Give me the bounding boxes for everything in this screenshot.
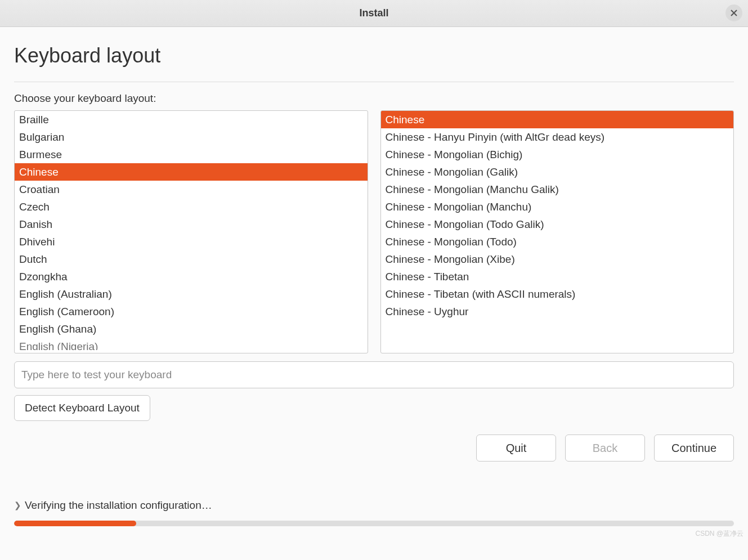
divider — [14, 82, 734, 82]
variant-item[interactable]: Chinese - Tibetan — [381, 268, 734, 285]
layout-lists: BrailleBulgarianBurmeseChineseCroatianCz… — [14, 110, 734, 353]
close-icon — [731, 10, 737, 16]
close-button[interactable] — [725, 5, 742, 21]
content-area: Keyboard layout Choose your keyboard lay… — [0, 27, 748, 467]
layout-item[interactable]: Dhivehi — [15, 233, 368, 250]
layout-item[interactable]: Dzongkha — [15, 268, 368, 285]
variant-item[interactable]: Chinese - Mongolian (Todo Galik) — [381, 216, 734, 233]
layout-item[interactable]: Chinese — [15, 163, 368, 181]
layout-item[interactable]: English (Cameroon) — [15, 303, 368, 320]
page-title: Keyboard layout — [14, 44, 734, 68]
variant-item[interactable]: Chinese - Hanyu Pinyin (with AltGr dead … — [381, 128, 734, 146]
layout-item[interactable]: Croatian — [15, 181, 368, 198]
keyboard-test-input[interactable] — [14, 361, 734, 388]
watermark: CSDN @蓝净云 — [695, 529, 743, 539]
window-title: Install — [359, 7, 388, 19]
layout-item[interactable]: Czech — [15, 198, 368, 216]
layout-item[interactable]: Burmese — [15, 146, 368, 163]
layout-item[interactable]: Bulgarian — [15, 128, 368, 146]
variant-item[interactable]: Chinese - Mongolian (Galik) — [381, 163, 734, 181]
titlebar: Install — [0, 0, 748, 27]
nav-buttons: Quit Back Continue — [14, 434, 734, 462]
variant-item[interactable]: Chinese — [381, 111, 734, 128]
variant-item[interactable]: Chinese - Mongolian (Bichig) — [381, 146, 734, 163]
prompt-label: Choose your keyboard layout: — [14, 92, 734, 105]
layout-item[interactable]: English (Nigeria) — [15, 338, 368, 350]
layout-listbox[interactable]: BrailleBulgarianBurmeseChineseCroatianCz… — [14, 110, 368, 353]
variant-item[interactable]: Chinese - Uyghur — [381, 303, 734, 320]
footer: ❯ Verifying the installation configurati… — [14, 499, 734, 526]
variant-item[interactable]: Chinese - Tibetan (with ASCII numerals) — [381, 285, 734, 303]
variant-item[interactable]: Chinese - Mongolian (Xibe) — [381, 250, 734, 268]
back-button: Back — [565, 434, 645, 462]
variant-listbox[interactable]: ChineseChinese - Hanyu Pinyin (with AltG… — [380, 110, 734, 353]
quit-button[interactable]: Quit — [476, 434, 556, 462]
layout-item[interactable]: English (Ghana) — [15, 320, 368, 338]
layout-item[interactable]: Braille — [15, 111, 368, 128]
variant-item[interactable]: Chinese - Mongolian (Todo) — [381, 233, 734, 250]
variant-item[interactable]: Chinese - Mongolian (Manchu) — [381, 198, 734, 216]
progress-bar — [14, 521, 734, 526]
variant-item[interactable]: Chinese - Mongolian (Manchu Galik) — [381, 181, 734, 198]
status-row[interactable]: ❯ Verifying the installation configurati… — [14, 499, 734, 512]
chevron-right-icon: ❯ — [14, 500, 21, 510]
continue-button[interactable]: Continue — [654, 434, 734, 462]
status-text: Verifying the installation configuration… — [25, 499, 212, 512]
layout-item[interactable]: English (Australian) — [15, 285, 368, 303]
layout-item[interactable]: Danish — [15, 216, 368, 233]
progress-fill — [14, 521, 136, 526]
layout-item[interactable]: Dutch — [15, 250, 368, 268]
detect-keyboard-button[interactable]: Detect Keyboard Layout — [14, 395, 150, 421]
